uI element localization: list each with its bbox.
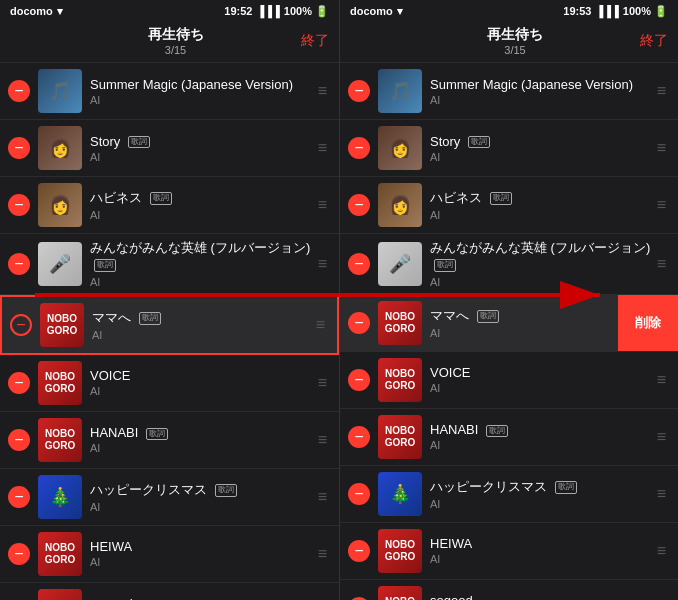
reorder-icon[interactable]: ≡ — [653, 485, 670, 503]
end-button-left[interactable]: 終了 — [301, 32, 329, 50]
track-info: ハビネス 歌詞 AI — [90, 189, 314, 221]
album-art: NOBOGORO — [38, 589, 82, 600]
remove-button[interactable]: − — [348, 194, 370, 216]
time-left: 19:52 — [224, 5, 252, 17]
battery-right: 100% 🔋 — [623, 5, 668, 18]
album-art: 🎵 — [378, 69, 422, 113]
track-item: − 👩 ハビネス 歌詞 AI ≡ — [0, 177, 339, 234]
reorder-icon[interactable]: ≡ — [314, 196, 331, 214]
remove-button[interactable]: − — [348, 426, 370, 448]
album-art: NOBOGORO — [378, 529, 422, 573]
track-info: ハッピークリスマス 歌詞 AI — [430, 478, 653, 510]
track-name: sogood — [430, 593, 653, 600]
track-item: − 🎄 ハッピークリスマス 歌詞 AI ≡ — [0, 469, 339, 526]
track-artist: AI — [90, 501, 314, 513]
lyrics-badge: 歌詞 — [94, 259, 116, 271]
left-panel: docomo ▾ 19:52 ▐▐▐ 100% 🔋 再生待ち 3/15 終了 −… — [0, 0, 339, 600]
header-title-right: 再生待ち — [487, 26, 543, 44]
track-name: みんながみんな英雄 (フルバージョン) 歌詞 — [430, 240, 653, 274]
reorder-icon[interactable]: ≡ — [653, 139, 670, 157]
track-info: HEIWA AI — [430, 536, 653, 565]
remove-button[interactable]: − — [348, 253, 370, 275]
track-item: − 👩 Story 歌詞 AI ≡ — [0, 120, 339, 177]
battery-left: 100% 🔋 — [284, 5, 329, 18]
track-name: sogood — [90, 596, 314, 600]
album-art: 👩 — [38, 183, 82, 227]
remove-button[interactable]: − — [8, 194, 30, 216]
album-art: NOBOGORO — [38, 532, 82, 576]
remove-button[interactable]: − — [8, 372, 30, 394]
track-artist: AI — [90, 385, 314, 397]
track-artist: AI — [430, 439, 653, 451]
remove-button[interactable]: − — [8, 137, 30, 159]
lyrics-badge: 歌詞 — [477, 310, 499, 322]
track-name: Story 歌詞 — [90, 134, 314, 149]
album-art: 🎵 — [38, 69, 82, 113]
remove-button[interactable]: − — [8, 80, 30, 102]
reorder-icon[interactable]: ≡ — [653, 542, 670, 560]
remove-button[interactable]: − — [348, 80, 370, 102]
track-name: VOICE — [90, 368, 314, 383]
lyrics-badge: 歌詞 — [150, 192, 172, 204]
wifi-icon: ▾ — [57, 5, 63, 18]
lyrics-badge: 歌詞 — [139, 312, 161, 324]
track-item: − NOBOGORO sogood AI ≡ — [0, 583, 339, 600]
track-info: VOICE AI — [430, 365, 653, 394]
remove-button[interactable]: − — [8, 429, 30, 451]
reorder-icon[interactable]: ≡ — [314, 431, 331, 449]
album-art: 👩 — [38, 126, 82, 170]
reorder-icon[interactable]: ≡ — [314, 488, 331, 506]
track-name: みんながみんな英雄 (フルバージョン) 歌詞 — [90, 240, 314, 274]
remove-button[interactable]: − — [8, 253, 30, 275]
remove-button-mama-right[interactable]: − — [348, 312, 370, 334]
reorder-icon[interactable]: ≡ — [314, 545, 331, 563]
end-button-right[interactable]: 終了 — [640, 32, 668, 50]
track-name: Story 歌詞 — [430, 134, 653, 149]
lyrics-badge: 歌詞 — [434, 259, 456, 271]
lyrics-badge: 歌詞 — [486, 425, 508, 437]
track-info: HANABI 歌詞 AI — [430, 422, 653, 451]
album-art: NOBOGORO — [378, 586, 422, 600]
remove-button-mama[interactable]: − — [10, 314, 32, 336]
reorder-icon[interactable]: ≡ — [312, 316, 329, 334]
reorder-icon[interactable]: ≡ — [653, 255, 670, 273]
reorder-icon[interactable]: ≡ — [653, 82, 670, 100]
album-art: 🎄 — [38, 475, 82, 519]
track-artist: AI — [430, 553, 653, 565]
reorder-icon[interactable]: ≡ — [314, 255, 331, 273]
signal-icon-right: ▐▐▐ — [595, 5, 618, 17]
remove-button[interactable]: − — [348, 483, 370, 505]
album-art: NOBOGORO — [38, 361, 82, 405]
track-name: HEIWA — [430, 536, 653, 551]
reorder-icon[interactable]: ≡ — [653, 371, 670, 389]
reorder-icon[interactable]: ≡ — [653, 196, 670, 214]
track-info: sogood AI — [430, 593, 653, 600]
album-art: NOBOGORO — [38, 418, 82, 462]
delete-button[interactable]: 削除 — [618, 295, 678, 351]
reorder-icon[interactable]: ≡ — [314, 374, 331, 392]
lyrics-badge: 歌詞 — [490, 192, 512, 204]
album-art: 🎤 — [38, 242, 82, 286]
reorder-icon[interactable]: ≡ — [314, 82, 331, 100]
remove-button[interactable]: − — [348, 137, 370, 159]
track-info: ハビネス 歌詞 AI — [430, 189, 653, 221]
header-center-right: 再生待ち 3/15 — [487, 26, 543, 56]
remove-button[interactable]: − — [348, 369, 370, 391]
track-item: − 👩 ハビネス 歌詞 AI ≡ — [340, 177, 678, 234]
header-subtitle-right: 3/15 — [487, 44, 543, 56]
remove-button[interactable]: − — [8, 543, 30, 565]
remove-button[interactable]: − — [8, 486, 30, 508]
track-item: − NOBOGORO HEIWA AI ≡ — [0, 526, 339, 583]
reorder-icon[interactable]: ≡ — [653, 428, 670, 446]
reorder-icon[interactable]: ≡ — [314, 139, 331, 157]
album-art: 👩 — [378, 126, 422, 170]
track-info: HEIWA AI — [90, 539, 314, 568]
album-art: NOBOGORO — [378, 415, 422, 459]
header-subtitle-left: 3/15 — [148, 44, 204, 56]
track-info: Summer Magic (Japanese Version) AI — [90, 77, 314, 106]
track-item: − 🎄 ハッピークリスマス 歌詞 AI ≡ — [340, 466, 678, 523]
lyrics-badge: 歌詞 — [215, 484, 237, 496]
track-info: ハッピークリスマス 歌詞 AI — [90, 481, 314, 513]
remove-button[interactable]: − — [348, 540, 370, 562]
track-name: HEIWA — [90, 539, 314, 554]
